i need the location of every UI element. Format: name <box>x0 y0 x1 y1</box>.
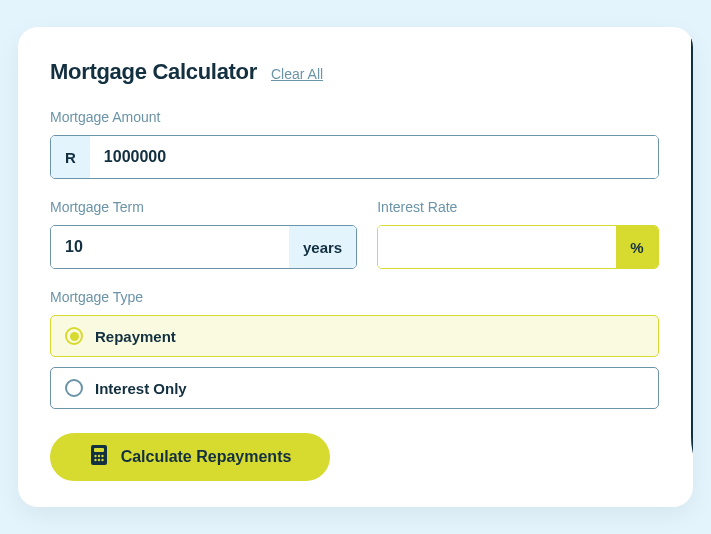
amount-field: Mortgage Amount R <box>50 109 659 179</box>
radio-interest-only[interactable]: Interest Only <box>50 367 659 409</box>
type-radio-group: Repayment Interest Only <box>50 315 659 409</box>
svg-point-2 <box>94 455 96 457</box>
calculate-button-label: Calculate Repayments <box>121 448 292 466</box>
currency-prefix: R <box>51 136 90 178</box>
radio-circle-icon <box>65 379 83 397</box>
svg-point-6 <box>97 459 99 461</box>
amount-input-group: R <box>50 135 659 179</box>
results-panel: $ $ $ $ <box>691 27 693 507</box>
svg-rect-1 <box>94 448 104 452</box>
term-input-group: years <box>50 225 357 269</box>
calculator-card: Mortgage Calculator Clear All Mortgage A… <box>18 27 693 507</box>
header: Mortgage Calculator Clear All <box>50 59 659 85</box>
rate-suffix: % <box>616 226 657 268</box>
rate-input[interactable] <box>378 226 616 268</box>
form-panel: Mortgage Calculator Clear All Mortgage A… <box>18 27 691 507</box>
term-input[interactable] <box>51 226 289 268</box>
svg-point-3 <box>97 455 99 457</box>
radio-circle-icon <box>65 327 83 345</box>
svg-point-5 <box>94 459 96 461</box>
amount-label: Mortgage Amount <box>50 109 659 125</box>
svg-point-7 <box>101 459 103 461</box>
rate-input-group: % <box>377 225 658 269</box>
svg-point-4 <box>101 455 103 457</box>
rate-label: Interest Rate <box>377 199 658 215</box>
radio-repayment-label: Repayment <box>95 328 176 345</box>
type-label: Mortgage Type <box>50 289 659 305</box>
calculator-icon <box>89 444 109 470</box>
page-title: Mortgage Calculator <box>50 59 257 85</box>
type-field: Mortgage Type Repayment Interest Only <box>50 289 659 409</box>
rate-field: Interest Rate % <box>377 199 658 269</box>
amount-input[interactable] <box>90 136 658 178</box>
term-field: Mortgage Term years <box>50 199 357 269</box>
clear-all-link[interactable]: Clear All <box>271 66 323 82</box>
radio-interest-only-label: Interest Only <box>95 380 187 397</box>
term-suffix: years <box>289 226 356 268</box>
radio-repayment[interactable]: Repayment <box>50 315 659 357</box>
calculate-button[interactable]: Calculate Repayments <box>50 433 330 481</box>
term-label: Mortgage Term <box>50 199 357 215</box>
